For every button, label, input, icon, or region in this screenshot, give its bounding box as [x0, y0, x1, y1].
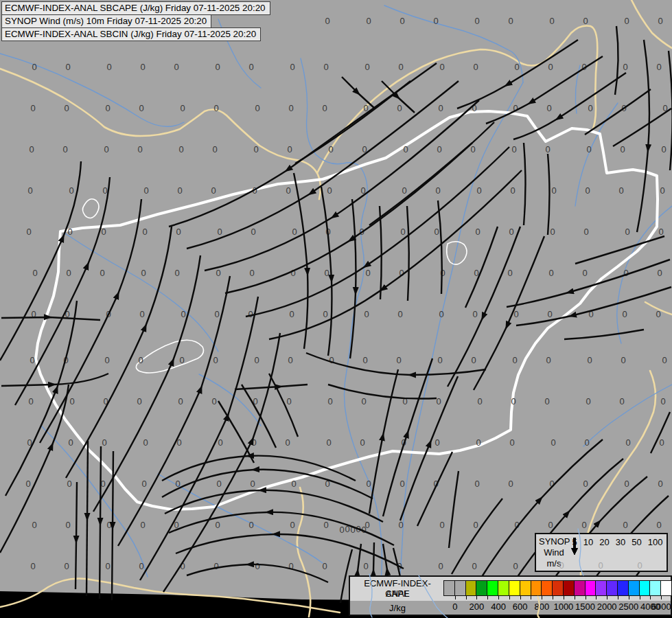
field-value-zero: 0 — [507, 268, 512, 278]
field-value-zero: 0 — [545, 144, 550, 154]
field-value-zero: 0 — [106, 520, 111, 530]
wind-legend-scale: 510203050100 — [569, 536, 666, 569]
field-value-zero: 0 — [438, 561, 443, 571]
field-value-zero: 0 — [548, 62, 553, 72]
cape-color-cell — [628, 580, 640, 596]
field-value-zero: 0 — [64, 103, 69, 113]
field-value-zero: 0 — [474, 16, 479, 26]
cape-tick-label: 2000 — [597, 602, 617, 612]
field-value-zero: 0 — [434, 227, 439, 237]
field-value-zero: 0 — [366, 479, 371, 489]
field-value-zero: 0 — [140, 62, 145, 72]
field-value-zero: 0 — [218, 437, 222, 448]
field-value-zero: 0 — [105, 103, 110, 113]
field-value-zero: 0 — [177, 185, 182, 196]
field-value-zero: 0 — [658, 479, 662, 489]
field-value-zero: 0 — [102, 185, 107, 196]
field-value-zero: 0 — [585, 185, 590, 196]
field-value-zero-cluster: 0 — [339, 525, 344, 535]
cape-color-cell — [541, 580, 553, 596]
field-value-zero: 0 — [474, 479, 479, 489]
field-value-zero: 0 — [583, 227, 588, 237]
field-value-zero: 0 — [104, 355, 109, 365]
field-value-zero: 0 — [174, 268, 179, 278]
field-value-zero: 0 — [620, 144, 625, 154]
field-value-zero: 0 — [216, 268, 220, 278]
field-value-zero: 0 — [26, 227, 31, 237]
field-value-zero: 0 — [618, 185, 623, 196]
field-value-zero: 0 — [660, 396, 665, 407]
cape-tick — [564, 596, 564, 599]
title-synop-wind: SYNOP Wind (m/s) 10m Friday 07-11-2025 2… — [1, 14, 211, 28]
field-value-zero: 0 — [322, 561, 327, 571]
wind-scale-entry: 10 — [583, 536, 593, 569]
field-value-zero: 0 — [286, 185, 290, 196]
field-value-zero: 0 — [254, 355, 259, 365]
field-value-zero: 0 — [473, 62, 478, 72]
field-value-zero: 0 — [551, 185, 556, 196]
field-value-zero: 0 — [583, 479, 588, 489]
field-value-zero: 0 — [435, 437, 439, 448]
cape-legend: ECMWF-INDEX-ANAL CAPE J/kg 0200400600800… — [349, 575, 672, 616]
field-value-zero: 0 — [28, 396, 33, 407]
field-value-zero: 0 — [66, 268, 71, 278]
field-value-zero: 0 — [178, 144, 183, 154]
field-value-zero: 0 — [174, 62, 178, 72]
cape-tick — [531, 596, 531, 599]
field-value-zero: 0 — [550, 227, 555, 237]
field-value-zero: 0 — [475, 227, 480, 237]
field-value-zero: 0 — [291, 479, 296, 489]
field-value-zero: 0 — [32, 268, 37, 278]
field-value-zero: 0 — [661, 144, 666, 154]
field-value-zero: 0 — [656, 309, 660, 319]
field-value-zero: 0 — [285, 437, 290, 448]
field-value-zero: 0 — [211, 185, 216, 196]
field-value-zero: 0 — [472, 309, 477, 319]
field-value-zero: 0 — [292, 227, 297, 237]
field-value-zero: 0 — [106, 62, 111, 72]
cape-legend-param: CAPE — [353, 588, 442, 599]
cape-color-cell — [617, 580, 629, 596]
cape-tick — [476, 596, 477, 599]
cape-color-cell — [498, 580, 509, 596]
title-sbcape: ECMWF-INDEX-ANAL SBCAPE (J/kg) Friday 07… — [1, 1, 270, 15]
field-value-zero: 0 — [658, 227, 663, 237]
field-value-zero: 0 — [329, 355, 334, 365]
field-value-zero: 0 — [213, 103, 218, 113]
field-value-zero: 0 — [27, 185, 32, 196]
field-value-zero: 0 — [656, 62, 661, 72]
cape-color-cell — [606, 580, 618, 596]
field-value-zero: 0 — [582, 268, 587, 278]
field-value-zero: 0 — [403, 144, 408, 154]
field-value-zero: 0 — [364, 309, 369, 319]
field-value-zero: 0 — [104, 144, 108, 154]
cape-color-cell — [552, 580, 564, 596]
cape-tick-label: 200 — [470, 602, 485, 612]
wind-legend-param: Wind — [539, 547, 569, 558]
field-value-zero: 0 — [32, 62, 36, 72]
field-value-zero: 0 — [139, 103, 143, 113]
field-value-zero: 0 — [624, 479, 629, 489]
field-value-zero: 0 — [142, 227, 147, 237]
field-value-zero: 0 — [323, 62, 328, 72]
wind-legend: SYNOP Wind m/s 510203050100 — [535, 533, 668, 572]
field-value-zero: 0 — [361, 396, 366, 407]
field-value-zero: 0 — [250, 479, 255, 489]
cape-tick-label: 1000 — [553, 602, 573, 612]
field-value-zero: 0 — [399, 479, 404, 489]
field-value-zero: 0 — [513, 561, 518, 571]
wind-legend-source: SYNOP — [539, 536, 569, 547]
field-value-zero: 0 — [548, 520, 553, 530]
field-value-zero: 0 — [212, 144, 217, 154]
wind-scale-entry: 50 — [632, 536, 641, 569]
field-value-zero: 0 — [625, 437, 630, 448]
cape-tick — [640, 596, 640, 599]
field-value-zero: 0 — [179, 355, 184, 365]
cape-color-cell — [649, 580, 661, 596]
field-value-zero: 0 — [30, 103, 35, 113]
field-value-zero: 0 — [473, 520, 478, 530]
field-value-zero: 0 — [137, 396, 141, 407]
field-value-zero: 0 — [439, 62, 444, 72]
field-value-zero: 0 — [398, 520, 403, 530]
field-value-zero: 0 — [255, 103, 259, 113]
